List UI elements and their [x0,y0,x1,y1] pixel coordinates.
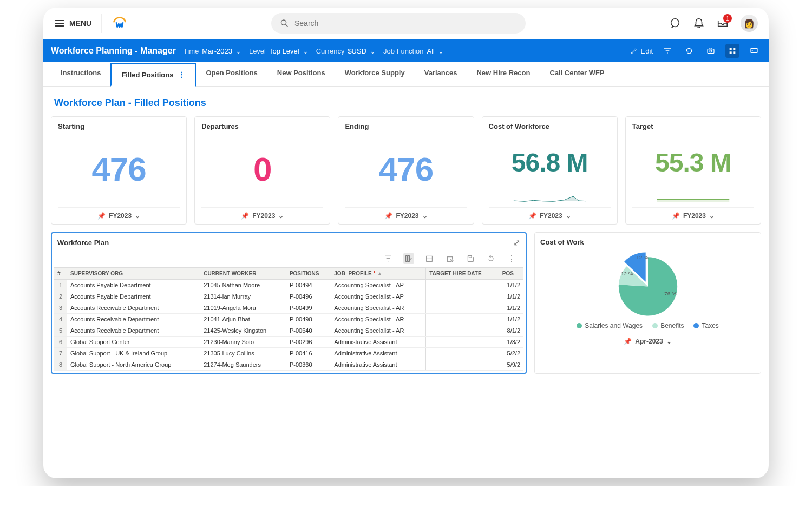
pin-icon: 📌 [97,212,106,220]
edit-button[interactable]: Edit [630,47,653,55]
search-input[interactable] [294,19,517,28]
redo-icon[interactable] [486,253,496,264]
svg-rect-3 [708,49,714,54]
chevron-down-icon: ⌄ [709,212,715,220]
workforce-plan-table: Workforce Plan ⤢ ⋮ # SUPER [51,232,527,374]
filter-icon[interactable] [660,44,675,58]
svg-point-2 [671,19,679,27]
cost-of-work-panel: Cost of Work 76 % 12 % 12 % [534,232,761,374]
chevron-down-icon: ⌄ [278,212,284,220]
filter-level[interactable]: Level Top Level ⌄ [249,47,309,55]
refresh-icon[interactable] [682,44,696,58]
camera-icon[interactable] [704,44,718,58]
table-row[interactable]: 6Global Support Center21230-Manny SotoP-… [54,337,523,348]
save-icon[interactable] [465,253,476,264]
pie-footer[interactable]: 📌Apr-2023⌄ [540,333,755,345]
svg-rect-5 [710,48,712,49]
workday-logo[interactable] [112,15,128,31]
present-icon[interactable] [747,44,761,58]
tabs: Instructions Filled Positions⋮ Open Posi… [43,62,769,87]
filter-currency[interactable]: Currency $USD ⌄ [316,47,376,55]
svg-rect-16 [427,256,433,261]
data-table[interactable]: # SUPERVISORY ORG CURRENT WORKER POSITIO… [54,267,523,371]
table-row[interactable]: 2Accounts Payable Department21314-Ian Mu… [54,291,523,302]
pin-icon: 📌 [241,212,249,220]
user-avatar[interactable]: 👩 [741,15,758,32]
filter-bar: Workforce Planning - Manager Time Mar-20… [43,39,769,62]
more-icon[interactable]: ⋮ [178,70,185,79]
svg-rect-6 [730,48,732,50]
pin-icon: 📌 [384,212,392,220]
card-footer[interactable]: 📌FY2023⌄ [201,207,323,220]
page-title: Workforce Planning - Manager [51,46,176,56]
ending-value: 476 [345,130,467,207]
card-target: Target 55.3 M 📌FY2023⌄ [625,116,761,225]
tab-variances[interactable]: Variances [415,62,467,86]
sort-icon: ▲ [377,271,382,276]
menu-button[interactable]: MENU [54,18,91,29]
table-toolbar: ⋮ [54,250,523,267]
table-row[interactable]: 5Accounts Receivable Department21425-Wes… [54,325,523,337]
more-icon[interactable]: ⋮ [506,253,517,264]
svg-rect-7 [733,48,735,50]
departures-value: 0 [201,130,323,207]
tab-open-positions[interactable]: Open Positions [196,62,267,86]
chevron-down-icon: ⌄ [135,212,140,220]
pencil-icon [630,47,638,55]
top-bar: MENU 1 👩 [43,8,769,39]
calendar-icon[interactable] [424,253,435,264]
svg-text:12 %: 12 % [636,254,649,260]
tab-instructions[interactable]: Instructions [51,62,110,86]
svg-rect-9 [733,51,735,54]
card-cost-of-workforce: Cost of Workforce 56.8 M 📌FY2023⌄ [482,116,618,225]
grid-icon[interactable] [725,44,739,58]
svg-text:12 %: 12 % [621,271,633,276]
search-box[interactable] [271,13,526,34]
table-row[interactable]: 3Accounts Receivable Department21019-Ang… [54,302,523,314]
starting-value: 476 [58,130,180,207]
pin-icon: 📌 [672,212,680,220]
table-row[interactable]: 8Global Support - North America Group212… [54,359,523,371]
chevron-down-icon: ⌄ [666,338,672,345]
card-footer[interactable]: 📌FY2023⌄ [345,207,467,220]
section-title: Workforce Plan - Filled Positions [54,97,761,109]
tab-filled-positions[interactable]: Filled Positions⋮ [110,63,196,87]
filter-icon[interactable] [383,253,394,264]
hamburger-icon [54,18,65,29]
inbox-badge: 1 [723,14,732,23]
expand-icon[interactable]: ⤢ [513,238,520,248]
inbox-icon[interactable]: 1 [717,17,729,29]
svg-point-11 [752,50,753,51]
card-footer[interactable]: 📌FY2023⌄ [58,207,180,220]
card-footer[interactable]: 📌FY2023⌄ [632,207,754,220]
tab-new-positions[interactable]: New Positions [267,62,335,86]
chevron-down-icon: ⌄ [370,47,376,55]
tab-call-center-wfp[interactable]: Call Center WFP [540,62,614,86]
kpi-cards: Starting 476 📌FY2023⌄ Departures 0 📌FY20… [51,116,761,225]
delete-icon[interactable] [444,253,455,264]
pie-chart: 76 % 12 % 12 % [607,248,689,319]
svg-rect-13 [657,200,729,202]
chevron-down-icon: ⌄ [303,47,309,55]
tab-workforce-supply[interactable]: Workforce Supply [335,62,415,86]
target-line [634,194,752,205]
pin-icon: 📌 [624,338,632,345]
pin-icon: 📌 [528,212,536,220]
chevron-down-icon: ⌄ [422,212,428,220]
chat-icon[interactable] [669,17,681,29]
filter-job-function[interactable]: Job Function All ⌄ [383,47,444,55]
svg-line-1 [286,24,288,27]
table-row[interactable]: 7Global Support - UK & Ireland Group2130… [54,348,523,359]
svg-rect-15 [408,256,410,262]
chevron-down-icon: ⌄ [438,47,444,55]
filter-time[interactable]: Time Mar-2023 ⌄ [184,47,241,55]
svg-rect-14 [406,256,408,262]
columns-icon[interactable] [403,253,414,264]
card-footer[interactable]: 📌FY2023⌄ [489,207,611,220]
bell-icon[interactable] [693,17,705,29]
table-row[interactable]: 4Accounts Receivable Department21041-Arj… [54,314,523,325]
tab-new-hire-recon[interactable]: New Hire Recon [467,62,540,86]
sparkline [491,194,608,205]
svg-text:76 %: 76 % [664,291,677,296]
table-row[interactable]: 1Accounts Payable Department21045-Nathan… [54,280,523,291]
